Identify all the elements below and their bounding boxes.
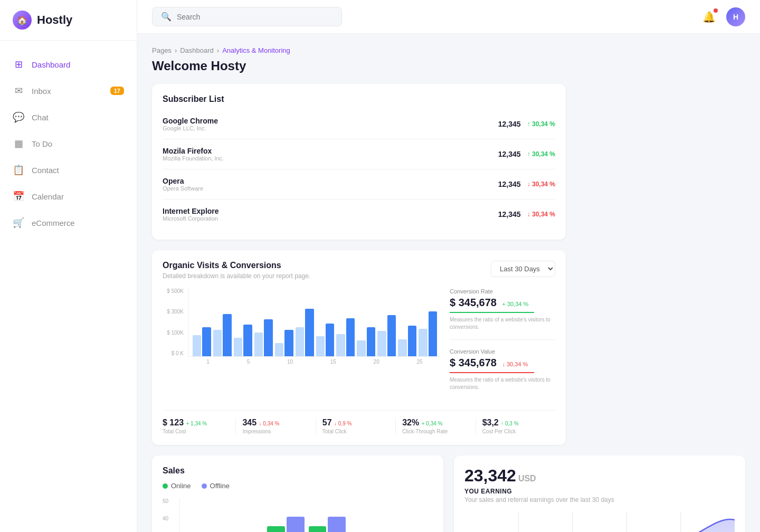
sidebar: 🏠 Hostly ⊞ Dashboard ✉ Inbox 17 💬 Chat ▦… (0, 0, 137, 532)
bar (336, 334, 345, 356)
legend-online: Online (163, 482, 191, 490)
logo-text: Hostly (37, 13, 72, 27)
sub-company: Microsoft Corporation (163, 215, 498, 222)
todo-icon: ▦ (13, 138, 24, 149)
bar (346, 318, 355, 356)
stat-total-click: 57 ↓ 0,9 % Total Click (316, 418, 396, 434)
subscriber-item: Google Chrome Google LLC, Inc. 12,345 ↑ … (163, 109, 555, 139)
stat-value: 32% (402, 418, 419, 427)
sidebar-item-dashboard[interactable]: ⊞ Dashboard (0, 51, 137, 78)
organic-card-subtitle: Detailed breakdown is available on your … (163, 272, 310, 280)
contact-icon: 📋 (13, 164, 24, 176)
stat-change: ↑ 0,3 % (501, 421, 518, 426)
breadcrumb: Pages › Dashboard › Analytics & Monitori… (152, 46, 745, 54)
bar (193, 335, 201, 356)
calendar-icon: 📅 (13, 191, 24, 202)
earnings-desc: Your sales and referral earnings over th… (464, 496, 735, 504)
page-title: Welcome Hosty (152, 59, 745, 73)
logo[interactable]: 🏠 Hostly (0, 0, 137, 41)
search-icon: 🔍 (161, 12, 172, 22)
inbox-badge: 17 (110, 87, 124, 95)
bar (234, 338, 242, 356)
sidebar-item-contact[interactable]: 📋 Contact (0, 157, 137, 183)
offline-dot (202, 483, 207, 489)
conversion-value-desc: Measures the ratio of a website's visito… (450, 376, 555, 391)
earnings-card: 23,342USD YOU EARNING Your sales and ref… (454, 455, 745, 532)
online-dot (163, 483, 168, 489)
date-filter-select[interactable]: Last 30 Days Last 7 Days Last 90 Days La… (491, 261, 555, 277)
sub-name: Opera (163, 177, 498, 185)
conversion-rate-label: Conversion Rate (450, 288, 555, 294)
top-grid: Organic Visits & Conversions Detailed br… (152, 84, 745, 445)
search-box[interactable]: 🔍 (152, 7, 342, 26)
stats-row: $ 123 + 1,34 % Total Cost 345 ↓ 0,34 % I… (163, 410, 555, 434)
stat-ctr: 32% + 0,34 % Click-Through Rate (396, 418, 476, 434)
sidebar-item-inbox[interactable]: ✉ Inbox 17 (0, 78, 137, 104)
bar-group (398, 326, 416, 356)
stat-value: 345 (242, 418, 256, 427)
legend-offline-label: Offline (210, 482, 230, 490)
notification-button[interactable]: 🔔 (702, 11, 716, 23)
metrics-panel: Conversion Rate $ 345,678 + 30,34 % Meas… (450, 288, 555, 408)
sub-name: Google Chrome (163, 117, 498, 125)
bar-group (336, 318, 355, 356)
bar (305, 309, 314, 356)
conversion-rate-desc: Measures the ratio of a website's visito… (450, 316, 555, 331)
bar-online (267, 526, 285, 532)
bar (419, 329, 427, 356)
bottom-row: Sales Online Offline 50403020100 (152, 455, 745, 532)
sidebar-item-calendar[interactable]: 📅 Calendar (0, 183, 137, 210)
earnings-label: YOU EARNING (464, 488, 735, 495)
sales-card: Sales Online Offline 50403020100 (152, 455, 443, 532)
sub-count: 12,345 (498, 120, 521, 128)
logo-icon: 🏠 (13, 11, 32, 30)
page-content: Pages › Dashboard › Analytics & Monitori… (137, 34, 760, 532)
sidebar-item-ecommerce[interactable]: 🛒 eCommerce (0, 210, 137, 236)
stat-label: Total Cost (163, 429, 229, 434)
bar-online (309, 526, 327, 532)
sidebar-item-label: To Do (32, 139, 52, 148)
earnings-value: 23,342 (464, 466, 516, 485)
header-right: 🔔 H (702, 7, 745, 26)
sub-count: 12,345 (498, 180, 521, 188)
sub-company: Opera Software (163, 185, 498, 192)
stat-total-cost: $ 123 + 1,34 % Total Cost (163, 418, 236, 434)
chat-icon: 💬 (13, 111, 24, 123)
bar-group (213, 314, 232, 356)
search-input[interactable] (177, 13, 333, 21)
dashboard-icon: ⊞ (13, 59, 24, 70)
x-labels: 1510152025 (188, 357, 441, 365)
bar-group (316, 324, 335, 356)
bar (223, 314, 231, 356)
subscriber-list-title: Subscriber List (163, 94, 555, 104)
bar (387, 315, 396, 356)
conversion-rate-line (450, 312, 534, 313)
legend-online-label: Online (171, 482, 191, 490)
stat-label: Total Click (322, 429, 389, 434)
breadcrumb-dashboard: Dashboard (180, 46, 214, 54)
subscriber-list-card: Subscriber List Google Chrome Google LLC… (152, 84, 566, 240)
ecommerce-icon: 🛒 (13, 217, 24, 229)
bar (408, 326, 416, 356)
bar-group (254, 319, 273, 356)
conversion-value-label: Conversion Value (450, 348, 555, 355)
bar (275, 343, 283, 356)
month-apr (309, 517, 346, 532)
earnings-chart (464, 512, 735, 532)
subscriber-list: Google Chrome Google LLC, Inc. 12,345 ↑ … (163, 109, 555, 229)
stat-change: ↓ 0,34 % (259, 421, 280, 426)
sidebar-item-chat[interactable]: 💬 Chat (0, 104, 137, 130)
bar (243, 325, 252, 356)
conversion-value-block: Conversion Value $ 345,678 ↓ 30,34 % Mea… (450, 348, 555, 400)
sidebar-item-todo[interactable]: ▦ To Do (0, 130, 137, 157)
month-mar (267, 517, 305, 532)
earnings-currency: USD (518, 474, 536, 483)
subscriber-item: Mozila Firefox Mozilla Foundation, Inc. … (163, 139, 555, 169)
avatar[interactable]: H (726, 7, 745, 26)
grouped-bars (179, 498, 433, 532)
stat-label: Cost Per Click (482, 429, 549, 434)
stat-change: + 0,34 % (422, 421, 443, 426)
organic-visits-card: Organic Visits & Conversions Detailed br… (152, 250, 566, 445)
breadcrumb-pages: Pages (152, 46, 172, 54)
sales-legend: Online Offline (163, 482, 433, 490)
